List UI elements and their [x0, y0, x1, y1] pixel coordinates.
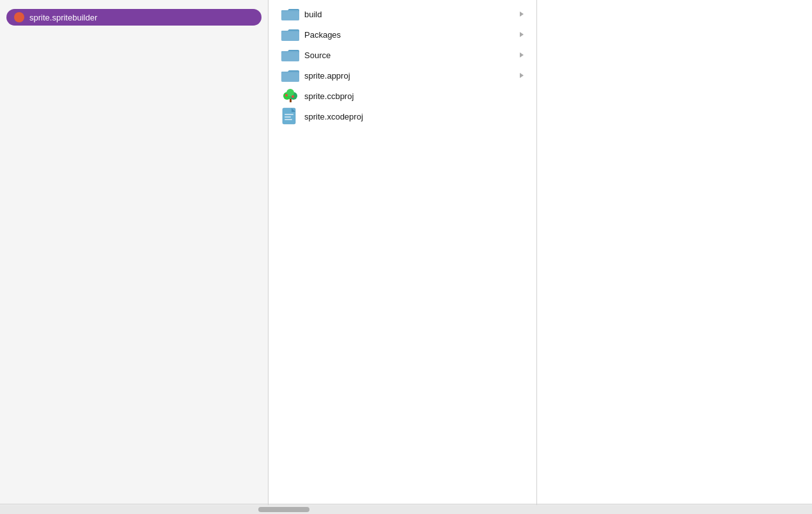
- ccbproj-icon: [281, 89, 299, 103]
- list-item[interactable]: Packages: [269, 24, 536, 45]
- svg-rect-7: [281, 72, 299, 82]
- svg-rect-17: [285, 114, 293, 115]
- file-name: Packages: [304, 30, 341, 40]
- list-item[interactable]: sprite.ccbproj: [269, 86, 536, 106]
- folder-icon: [281, 7, 299, 21]
- file-chevron-icon: [520, 73, 524, 78]
- xcodeproj-icon: [281, 109, 299, 123]
- left-panel: sprite.spritebuilder ||: [0, 0, 269, 514]
- file-list: build Packages: [269, 0, 536, 504]
- file-chevron-icon: [520, 52, 524, 58]
- svg-point-13: [292, 95, 294, 98]
- file-chevron-icon: [520, 12, 524, 17]
- file-name: sprite.approj: [304, 71, 350, 81]
- svg-rect-3: [281, 31, 299, 41]
- svg-rect-19: [285, 119, 292, 120]
- list-item[interactable]: sprite.approj: [269, 65, 536, 86]
- project-item[interactable]: sprite.spritebuilder: [6, 9, 262, 26]
- file-chevron-icon: [520, 32, 524, 37]
- file-name: sprite.ccbproj: [304, 91, 354, 101]
- file-name: build: [304, 10, 322, 19]
- file-name: Source: [304, 51, 331, 60]
- horizontal-scrollbar[interactable]: [0, 505, 812, 514]
- project-dot: [14, 12, 24, 22]
- main-container: sprite.spritebuilder || build: [0, 0, 812, 514]
- svg-rect-18: [285, 116, 291, 118]
- middle-panel: build Packages: [269, 0, 537, 514]
- list-item[interactable]: sprite.xcodeproj: [269, 106, 536, 127]
- svg-point-12: [285, 94, 288, 97]
- left-panel-content: sprite.spritebuilder: [0, 0, 268, 504]
- folder-icon: [281, 27, 299, 42]
- project-label: sprite.spritebuilder: [29, 13, 97, 22]
- right-panel-content: [537, 0, 812, 504]
- right-panel: ||: [537, 0, 812, 514]
- file-name: sprite.xcodeproj: [304, 112, 363, 121]
- folder-icon: [281, 48, 299, 62]
- folder-icon: [281, 68, 299, 82]
- svg-rect-5: [281, 51, 299, 61]
- scrollbar-thumb[interactable]: [258, 507, 309, 512]
- list-item[interactable]: Source: [269, 45, 536, 65]
- svg-rect-1: [281, 10, 299, 20]
- list-item[interactable]: build: [269, 4, 536, 24]
